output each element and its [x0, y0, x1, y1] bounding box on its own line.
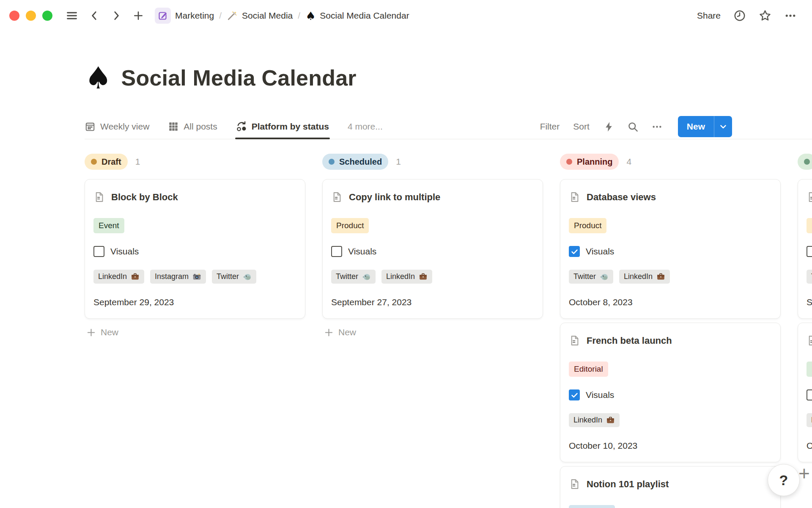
platform-tag-label: LinkedIn [386, 272, 415, 281]
category-tag-row: E [807, 362, 812, 377]
board-column-draft: Draft1Block by BlockEventVisualsLinkedIn… [85, 154, 305, 337]
visuals-checkbox[interactable] [807, 389, 812, 400]
new-button[interactable]: New [678, 116, 732, 137]
page-icon [569, 335, 580, 346]
help-button[interactable]: ? [768, 464, 800, 496]
card-title-text: Notion 101 playlist [587, 479, 669, 490]
visuals-checkbox[interactable] [331, 246, 342, 257]
board-card[interactable]: PTS [798, 179, 812, 319]
menu-button[interactable] [66, 10, 78, 22]
board-card-block-by-block[interactable]: Block by BlockEventVisualsLinkedInInstag… [85, 179, 305, 319]
search-button[interactable] [627, 121, 639, 133]
visuals-checkbox[interactable] [807, 246, 812, 257]
plus-icon [324, 328, 334, 337]
card-date: O [807, 441, 812, 451]
visuals-check-row [807, 389, 812, 400]
status-dot [804, 159, 810, 165]
chevron-right-button[interactable] [111, 10, 122, 21]
compose-brush-icon [155, 8, 171, 24]
card-title-row [807, 335, 812, 346]
board-card[interactable]: ELO [798, 323, 812, 462]
platform-tag-label: Instagram [155, 272, 189, 281]
column-header: Planning4 [560, 154, 781, 170]
board-card-database-views[interactable]: Database viewsProductVisualsTwitterLinke… [560, 179, 781, 319]
chevron-left-button[interactable] [89, 10, 100, 21]
board-card-french-beta-launch[interactable]: French beta launchEditorialVisualsLinked… [560, 323, 781, 462]
zoom-window-button[interactable] [42, 11, 52, 21]
board-card-copy-link-to-multiple[interactable]: Copy link to multipleProductVisualsTwitt… [322, 179, 543, 319]
status-pill-planning[interactable]: Planning [560, 154, 619, 170]
star-button[interactable] [759, 9, 771, 22]
card-title-row: Copy link to multiple [331, 191, 534, 203]
add-card-label: New [338, 327, 356, 337]
clock-button[interactable] [733, 9, 746, 22]
board-card-notion-101-playlist[interactable]: Notion 101 playlistEducation [560, 466, 781, 508]
platform-tags-row: L [807, 413, 812, 427]
status-pill-scheduled[interactable]: Scheduled [322, 154, 388, 170]
platform-tag-label: LinkedIn [98, 272, 127, 281]
briefcase-icon [131, 272, 140, 281]
breadcrumb-label: Social Media [242, 11, 293, 21]
plus-button[interactable] [133, 10, 144, 21]
ellipsis-button[interactable] [784, 9, 797, 22]
tab-all-posts[interactable]: All posts [168, 114, 217, 139]
category-tag-p: P [807, 218, 812, 233]
card-title-row: Notion 101 playlist [569, 478, 772, 490]
platform-tags-row: TwitterLinkedIn [331, 270, 534, 284]
sort-button[interactable]: Sort [573, 121, 590, 132]
card-title-row [807, 191, 812, 203]
bird-icon [362, 272, 371, 281]
breadcrumb-item-social-media[interactable]: Social Media [227, 10, 293, 21]
add-card-button[interactable]: New [85, 327, 305, 337]
tab-platform-by-status[interactable]: Platform by status [236, 114, 329, 139]
filter-button[interactable]: Filter [540, 121, 560, 132]
ellipsis-button[interactable] [651, 121, 663, 133]
status-board-icon [236, 121, 247, 132]
add-card-button[interactable]: New [322, 327, 543, 337]
visuals-check-row: Visuals [331, 246, 534, 257]
breadcrumb-item-marketing[interactable]: Marketing [155, 8, 214, 24]
visuals-check-row: Visuals [569, 389, 772, 400]
platform-tags-row: TwitterLinkedIn [569, 270, 772, 284]
platform-tags-row: LinkedInInstagramTwitter [93, 270, 296, 284]
visuals-checkbox[interactable] [569, 246, 580, 257]
visuals-checkbox[interactable] [93, 246, 104, 257]
visuals-checkbox[interactable] [569, 389, 580, 400]
status-dot [91, 159, 97, 165]
column-header: Draft1 [85, 154, 305, 170]
status-label: Draft [102, 157, 121, 167]
tab-weekly-view[interactable]: Weekly view [85, 114, 149, 139]
bird-icon [600, 272, 609, 281]
category-tag-row: Product [331, 218, 534, 233]
platform-tag-label: LinkedIn [624, 272, 653, 281]
window-nav-controls [66, 10, 144, 22]
minimize-window-button[interactable] [26, 11, 36, 21]
bolt-button[interactable] [603, 121, 614, 133]
close-window-button[interactable] [9, 11, 19, 21]
card-title-text: Copy link to multiple [349, 192, 440, 203]
breadcrumb-item-social-media-calendar[interactable]: ♠Social Media Calendar [305, 9, 409, 22]
more-views-button[interactable]: 4 more... [348, 121, 383, 132]
camera-icon [192, 272, 201, 281]
platform-tag-label: Twitter [573, 272, 596, 281]
platform-tags-row: LinkedIn [569, 413, 772, 427]
status-pill-draft[interactable]: Draft [85, 154, 128, 170]
status-label: Scheduled [339, 157, 382, 167]
new-button-dropdown[interactable] [714, 116, 732, 137]
briefcase-icon [419, 272, 428, 281]
platform-tag-label: Twitter [336, 272, 358, 281]
traffic-lights [9, 11, 52, 21]
share-button[interactable]: Share [697, 11, 721, 21]
platform-tag-twitter: Twitter [569, 270, 613, 284]
page-icon [93, 191, 105, 203]
column-count: 1 [135, 157, 140, 167]
platform-tag-linkedin: LinkedIn [569, 413, 620, 427]
status-dot [566, 159, 572, 165]
platform-tag-label: Twitter [217, 272, 239, 281]
view-toolbar: Weekly viewAll postsPlatform by status 4… [85, 114, 812, 139]
checkbox-label: Visuals [110, 246, 139, 257]
view-tabs: Weekly viewAll postsPlatform by status [85, 114, 329, 139]
edge-add-icon[interactable]: + [798, 464, 810, 483]
topbar-right: Share [697, 9, 797, 22]
status-pill-hidden[interactable] [798, 154, 812, 170]
